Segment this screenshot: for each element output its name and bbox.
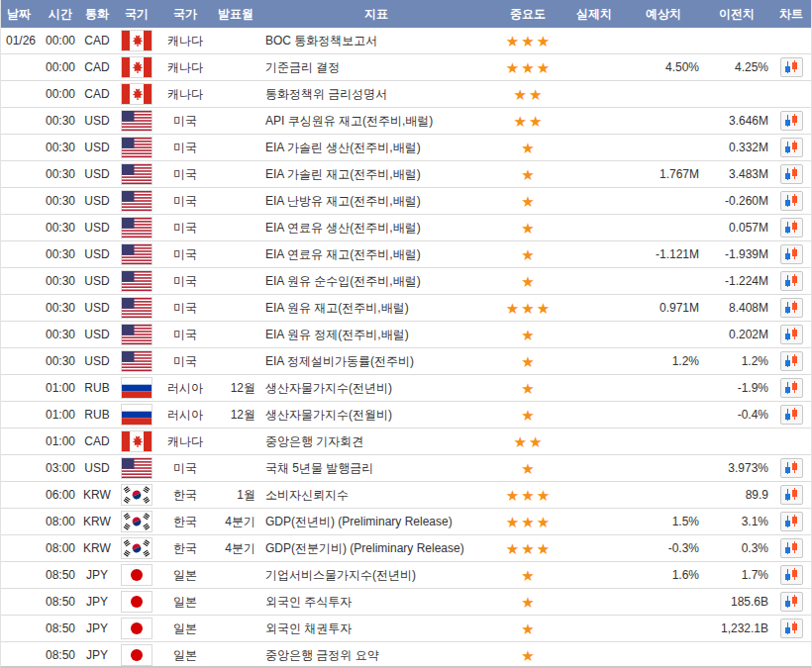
cell-indicator[interactable]: EIA 정제설비가동률(전주비) <box>260 348 492 375</box>
candlestick-chart-icon <box>783 221 799 235</box>
cell-indicator[interactable]: 기준금리 결정 <box>260 54 492 81</box>
cell-indicator[interactable]: 중앙은행 금정위 요약 <box>260 642 492 668</box>
col-header-forecast: 예상치 <box>625 0 702 28</box>
cell-month: 1월 <box>211 482 260 509</box>
cell-flag <box>114 348 159 375</box>
chart-button[interactable] <box>780 538 803 558</box>
col-header-chart: 차트 <box>771 0 811 28</box>
cell-forecast <box>625 616 702 642</box>
cell-indicator[interactable]: 생산자물가지수(전년비) <box>260 375 492 402</box>
importance-stars: ★★★ <box>504 540 552 557</box>
chart-button[interactable] <box>780 164 803 184</box>
chart-button[interactable] <box>780 218 803 238</box>
cell-indicator[interactable]: API 쿠싱원유 재고(전주비,배럴) <box>260 108 492 135</box>
cell-indicator[interactable]: GDP(전년비) (Preliminary Release) <box>260 509 492 535</box>
cell-indicator[interactable]: GDP(전분기비) (Preliminary Release) <box>260 535 492 562</box>
chart-button[interactable] <box>780 298 803 318</box>
col-header-flag: 국기 <box>114 0 159 28</box>
chart-button[interactable] <box>780 512 803 531</box>
chart-button[interactable] <box>780 138 803 157</box>
usa-flag-icon <box>121 297 152 319</box>
chart-button[interactable] <box>780 485 803 505</box>
candlestick-chart-icon <box>783 60 799 74</box>
cell-indicator[interactable]: EIA 가솔린 생산(전주비,배럴) <box>260 135 492 161</box>
chart-button[interactable] <box>780 405 803 425</box>
cell-month <box>211 616 260 642</box>
importance-stars: ★ <box>519 327 536 343</box>
cell-country: 미국 <box>159 268 211 295</box>
chart-button[interactable] <box>780 244 803 264</box>
candlestick-chart-icon <box>783 515 799 528</box>
importance-stars: ★ <box>519 620 536 637</box>
usa-flag-icon <box>121 270 152 292</box>
cell-month <box>211 81 260 108</box>
cell-indicator[interactable]: BOC 통화정책보고서 <box>260 28 492 54</box>
cell-currency: CAD <box>80 429 114 455</box>
cell-indicator[interactable]: 중앙은행 기자회견 <box>260 429 492 455</box>
cell-importance: ★ <box>492 161 563 188</box>
cell-indicator[interactable]: EIA 원유 정제(전주비,배럴) <box>260 322 492 348</box>
cell-country: 한국 <box>159 482 211 509</box>
cell-indicator[interactable]: 외국인 채권투자 <box>260 616 492 642</box>
chart-button[interactable] <box>780 565 803 585</box>
table-header-row: 날짜 시간 통화 국기 국가 발표월 지표 중요도 실제치 예상치 이전치 차트 <box>1 0 811 28</box>
cell-date <box>1 616 41 642</box>
cell-actual <box>563 161 625 188</box>
chart-button[interactable] <box>780 271 803 291</box>
chart-button[interactable] <box>780 325 803 344</box>
cell-forecast <box>625 108 702 135</box>
chart-button[interactable] <box>780 378 803 398</box>
cell-importance: ★ <box>492 135 563 161</box>
cell-currency: RUB <box>80 402 114 429</box>
chart-button[interactable] <box>780 57 803 77</box>
usa-flag-icon <box>121 190 152 212</box>
cell-country: 미국 <box>159 455 211 482</box>
cell-month: 12월 <box>211 402 260 429</box>
importance-stars: ★ <box>519 567 536 584</box>
cell-indicator[interactable]: EIA 가솔린 재고(전주비,배럴) <box>260 161 492 188</box>
cell-forecast <box>625 322 702 348</box>
cell-country: 미국 <box>159 322 211 348</box>
chart-button[interactable] <box>780 619 803 638</box>
cell-flag <box>114 509 159 535</box>
cell-country: 일본 <box>159 616 211 642</box>
cell-month <box>211 54 260 81</box>
table-row: 00:30 USD 미국 EIA 원유 재고(전주비,배럴) ★★★ 0.971… <box>1 295 811 322</box>
cell-indicator[interactable]: EIA 연료유 재고(전주비,배럴) <box>260 241 492 268</box>
cell-indicator[interactable]: EIA 난방유 재고(전주비,배럴) <box>260 188 492 215</box>
cell-indicator[interactable]: 소비자신뢰지수 <box>260 482 492 509</box>
cell-time: 00:00 <box>41 81 80 108</box>
cell-indicator[interactable]: 기업서비스물가지수(전년비) <box>260 562 492 589</box>
chart-button[interactable] <box>780 458 803 478</box>
cell-forecast: 1.5% <box>625 509 702 535</box>
cell-currency: KRW <box>80 509 114 535</box>
table-row: 00:30 USD 미국 EIA 원유 정제(전주비,배럴) ★ 0.202M <box>1 322 811 348</box>
cell-forecast <box>625 375 702 402</box>
cell-actual <box>563 402 625 429</box>
cell-month <box>211 642 260 668</box>
chart-button[interactable] <box>780 592 803 612</box>
chart-button[interactable] <box>780 191 803 211</box>
chart-button[interactable] <box>780 111 803 131</box>
cell-indicator[interactable]: EIA 원유 순수입(전주비,배럴) <box>260 268 492 295</box>
chart-button[interactable] <box>780 351 803 371</box>
cell-chart <box>771 348 811 375</box>
cell-date <box>1 402 41 429</box>
cell-month <box>211 215 260 241</box>
cell-importance: ★ <box>492 455 563 482</box>
cell-indicator[interactable]: EIA 원유 재고(전주비,배럴) <box>260 295 492 322</box>
cell-flag <box>114 241 159 268</box>
cell-indicator[interactable]: 외국인 주식투자 <box>260 589 492 616</box>
cell-chart <box>771 642 811 668</box>
cell-indicator[interactable]: EIA 연료유 생산(전주비,배럴) <box>260 215 492 241</box>
cell-previous: 8.408M <box>702 295 771 322</box>
candlestick-chart-icon <box>783 461 799 475</box>
cell-time: 00:00 <box>41 54 80 81</box>
cell-date <box>1 348 41 375</box>
cell-month <box>211 295 260 322</box>
cell-indicator[interactable]: 국채 5년물 발행금리 <box>260 455 492 482</box>
cell-indicator[interactable]: 통화정책위 금리성명서 <box>260 81 492 108</box>
importance-stars: ★ <box>519 380 536 397</box>
cell-indicator[interactable]: 생산자물가지수(전월비) <box>260 402 492 429</box>
cell-actual <box>563 188 625 215</box>
